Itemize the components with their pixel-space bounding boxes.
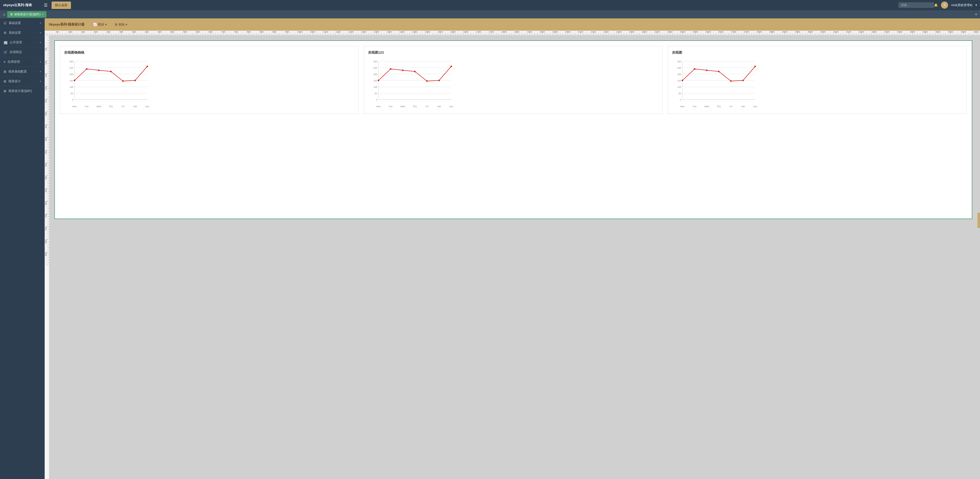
sidebar-item-report-basic-config[interactable]: ⊞ 报表基础配置 ▾ [0,67,45,77]
design-wrapper[interactable]: 折线图钱钱钱 050100150200250300MonTueWedThuFri… [45,35,980,479]
chart-icon: 📈 [93,23,97,26]
svg-text:Sun: Sun [449,105,453,108]
sidebar-arrow-app-management: ▾ [40,61,41,63]
svg-point-52 [450,65,452,67]
svg-text:Sat: Sat [741,105,745,108]
sidebar-arrow-company-management: ▾ [40,41,41,44]
svg-point-50 [426,80,428,82]
svg-text:Tue: Tue [389,105,393,108]
username-label[interactable]: root(系统管理▾) [951,3,972,7]
search-input[interactable] [898,2,934,8]
table-label: 表格 [118,22,124,27]
chart-title-chart1: 折线图钱钱钱 [64,50,355,55]
svg-text:250: 250 [69,67,73,69]
sidebar-icon-company-management: 🏢 [3,41,8,45]
dropdown-arrow: ▾ [975,3,977,7]
svg-text:100: 100 [373,86,377,88]
chart-card-chart2: 折线图123 050100150200250300MonTueWedThuFri… [364,46,663,114]
sidebar-item-company-management[interactable]: 🏢 公司管理 ▾ [0,38,45,48]
sidebar-arrow-report-basic-config: ▾ [40,70,41,73]
chart-title-chart2: 折线图123 [368,50,659,55]
svg-text:Thu: Thu [109,105,113,108]
charts-row: 折线图钱钱钱 050100150200250300MonTueWedThuFri… [60,46,967,114]
sidebar-arrow-system-settings: ▾ [40,31,41,34]
right-scrollbar[interactable] [977,35,980,479]
horizontal-ruler [45,30,980,35]
sidebar-arrow-report-design: ▾ [40,80,41,83]
svg-point-77 [694,68,695,70]
sidebar-icon-system-settings: ⚙ [3,31,6,35]
design-canvas[interactable]: 折线图钱钱钱 050100150200250300MonTueWedThuFri… [49,35,977,479]
svg-text:150: 150 [69,80,73,82]
sidebar-item-app-management[interactable]: ≡ 应用管理 ▾ [0,57,45,67]
chart-svg-chart2: 050100150200250300MonTueWedThuFriSatSun [368,57,659,110]
report-designer-tab[interactable]: ⊞ ⊞报表设计器(临时) × [7,11,46,18]
svg-text:Wed: Wed [704,105,709,108]
svg-point-18 [98,69,100,71]
table-dropdown-arrow: ▾ [126,23,127,26]
sidebar-label-app-store: 应用商店 [10,50,41,54]
svg-point-51 [438,80,440,81]
sidebar-item-report-design[interactable]: ⊞ 报表设计 ▾ [0,77,45,86]
home-icon[interactable]: ⌂ [3,12,5,16]
table-button[interactable]: ⊞ 表格 ▾ [111,21,130,28]
sidebar-item-system-settings[interactable]: ⚙ 系统设置 ▾ [0,28,45,38]
chart-label: 图表 [98,22,104,27]
tabbar-arrow-icon[interactable]: ▾ [975,12,977,16]
svg-text:Thu: Thu [717,105,721,108]
svg-text:Mon: Mon [680,105,685,108]
menu-icon[interactable]: ☰ [44,3,48,8]
svg-point-47 [390,68,391,70]
sidebar-item-report-designer-temp[interactable]: ⊞ 报表设计器(临时) [0,86,45,96]
svg-point-46 [378,80,379,81]
svg-text:300: 300 [69,60,73,63]
svg-text:200: 200 [69,73,73,75]
svg-point-19 [110,71,112,72]
topbar-right: 🔔 R root(系统管理▾) ▾ [934,2,977,9]
tab-icon: ⊞ [10,13,13,16]
svg-text:300: 300 [373,60,377,63]
svg-text:200: 200 [373,73,377,75]
svg-text:50: 50 [71,92,73,95]
svg-text:100: 100 [677,86,681,88]
chart-svg-chart1: 050100150200250300MonTueWedThuFriSatSun [64,57,355,110]
sidebar-icon-report-designer-temp: ⊞ [3,89,6,93]
svg-text:Fri: Fri [122,105,124,108]
svg-text:Fri: Fri [426,105,428,108]
svg-point-81 [742,80,744,81]
tab-close-icon[interactable]: × [42,13,43,16]
default-tab-label: 默认桌面 [55,3,67,7]
sidebar-icon-report-basic-config: ⊞ [3,70,6,73]
svg-point-16 [74,80,75,81]
svg-text:Wed: Wed [401,105,405,108]
tab-label: ⊞报表设计器(临时) [14,12,40,17]
chart-title-chart3: 折线图 [672,50,963,55]
sidebar-icon-app-store: 🛒 [3,50,8,54]
sidebar-label-system-settings: 系统设置 [9,30,40,35]
main-layout: ☑ 基础设置 ▾ ⚙ 系统设置 ▾ 🏢 公司管理 ▾ 🛒 应用商店 ≡ 应用管理… [0,18,980,479]
canvas-page: 折线图钱钱钱 050100150200250300MonTueWedThuFri… [54,40,972,219]
notification-icon[interactable]: 🔔 [934,3,938,7]
toolbar-brand: Skyeye系列-报表设计器 [49,22,84,27]
avatar: R [941,2,948,9]
chart-svg-chart3: 050100150200250300MonTueWedThuFriSatSun [672,57,963,110]
svg-text:100: 100 [69,86,73,88]
svg-text:Fri: Fri [730,105,732,108]
scrollbar-thumb[interactable] [977,213,980,228]
sidebar-icon-basic-settings: ☑ [3,21,6,25]
svg-point-79 [718,71,720,72]
sidebar-label-company-management: 公司管理 [10,40,40,45]
sidebar-label-basic-settings: 基础设置 [9,21,40,25]
svg-text:Thu: Thu [413,105,417,108]
svg-text:Sun: Sun [145,105,149,108]
svg-text:150: 150 [373,80,377,82]
sidebar-item-basic-settings[interactable]: ☑ 基础设置 ▾ [0,18,45,28]
svg-text:0: 0 [680,99,681,101]
vertical-ruler-canvas [45,35,49,265]
default-desktop-tab[interactable]: 默认桌面 [52,2,71,9]
table-icon: ⊞ [115,23,118,26]
chart-button[interactable]: 📈 图表 ▾ [89,21,110,28]
svg-text:250: 250 [677,67,681,69]
sidebar-item-app-store[interactable]: 🛒 应用商店 [0,48,45,57]
svg-point-17 [86,68,88,70]
